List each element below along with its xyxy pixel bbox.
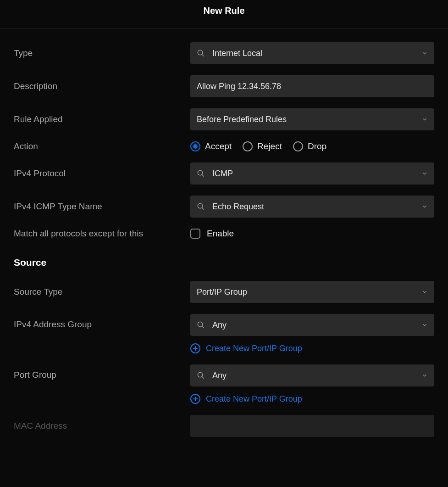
chevron-down-icon (421, 203, 428, 210)
row-mac-address: MAC Address (14, 415, 434, 437)
radio-label: Accept (205, 141, 232, 151)
svg-line-9 (202, 376, 204, 379)
label-ipv4-protocol: IPv4 Protocol (14, 168, 190, 179)
ipv4-address-group-select[interactable]: Any (190, 314, 434, 336)
ipv4-protocol-select[interactable]: ICMP (190, 162, 434, 185)
row-match-except: Match all protocols except for this Enab… (14, 229, 434, 239)
rule-applied-value: Before Predefined Rules (197, 115, 421, 124)
row-source-type: Source Type Port/IP Group (14, 281, 434, 303)
search-icon (197, 49, 205, 57)
row-type: Type Internet Local (14, 42, 434, 64)
create-port-group-button[interactable]: Create New Port/IP Group (190, 394, 434, 404)
svg-line-1 (202, 54, 204, 56)
row-description: Description Allow Ping 12.34.56.78 (14, 75, 434, 97)
checkbox-label: Enable (207, 229, 234, 239)
description-value: Allow Ping 12.34.56.78 (197, 82, 428, 91)
label-description: Description (14, 81, 190, 91)
mac-address-input[interactable] (190, 415, 434, 437)
ipv4-icmp-type-select[interactable]: Echo Request (190, 196, 434, 218)
create-link-label: Create New Port/IP Group (206, 344, 302, 353)
radio-label: Reject (257, 141, 282, 151)
description-input[interactable]: Allow Ping 12.34.56.78 (190, 75, 434, 97)
svg-point-2 (198, 170, 203, 175)
match-except-checkbox[interactable] (190, 229, 200, 239)
action-accept-radio[interactable]: Accept (190, 141, 232, 151)
ipv4-address-group-value: Any (212, 320, 421, 330)
match-except-checkbox-row: Enable (190, 229, 434, 239)
port-group-value: Any (212, 371, 421, 381)
plus-circle-icon (190, 343, 200, 353)
svg-point-6 (198, 322, 203, 327)
type-value: Internet Local (212, 49, 421, 58)
form-content: Type Internet Local Description Allow Pi… (0, 28, 448, 437)
search-icon (197, 169, 205, 178)
action-reject-radio[interactable]: Reject (243, 141, 282, 151)
chevron-down-icon (421, 322, 428, 328)
label-port-group: Port Group (14, 364, 190, 380)
page-title: New Rule (0, 0, 448, 28)
radio-icon (190, 141, 200, 151)
label-type: Type (14, 48, 190, 58)
chevron-down-icon (421, 116, 428, 123)
label-rule-applied: Rule Applied (14, 114, 190, 124)
search-icon (197, 371, 205, 380)
label-source-type: Source Type (14, 287, 190, 297)
port-group-select[interactable]: Any (190, 364, 434, 386)
source-type-select[interactable]: Port/IP Group (190, 281, 434, 303)
search-icon (197, 321, 205, 329)
svg-line-7 (202, 326, 204, 328)
label-match-except: Match all protocols except for this (14, 229, 190, 239)
radio-icon (243, 141, 253, 151)
plus-circle-icon (190, 394, 200, 404)
action-radio-group: Accept Reject Drop (190, 141, 434, 151)
svg-line-3 (202, 174, 204, 177)
label-mac-address: MAC Address (14, 421, 190, 431)
row-ipv4-protocol: IPv4 Protocol ICMP (14, 162, 434, 185)
radio-icon (293, 141, 303, 151)
row-ipv4-icmp-type: IPv4 ICMP Type Name Echo Request (14, 196, 434, 218)
label-action: Action (14, 141, 190, 151)
row-ipv4-address-group: IPv4 Address Group Any Create New Port/I… (14, 314, 434, 353)
row-rule-applied: Rule Applied Before Predefined Rules (14, 108, 434, 130)
type-select[interactable]: Internet Local (190, 42, 434, 64)
ipv4-icmp-type-value: Echo Request (212, 202, 421, 212)
create-ipv4-group-button[interactable]: Create New Port/IP Group (190, 343, 434, 353)
svg-point-0 (198, 50, 203, 55)
svg-point-4 (198, 203, 203, 208)
radio-label: Drop (308, 141, 326, 151)
svg-line-5 (202, 207, 204, 210)
chevron-down-icon (421, 289, 428, 295)
svg-point-8 (198, 372, 203, 377)
chevron-down-icon (421, 50, 428, 56)
action-drop-radio[interactable]: Drop (293, 141, 326, 151)
label-ipv4-icmp-type: IPv4 ICMP Type Name (14, 202, 190, 212)
search-icon (197, 202, 205, 211)
label-ipv4-address-group: IPv4 Address Group (14, 314, 190, 330)
chevron-down-icon (421, 170, 428, 177)
row-port-group: Port Group Any Create New Port/IP Group (14, 364, 434, 404)
create-link-label: Create New Port/IP Group (206, 394, 302, 404)
ipv4-protocol-value: ICMP (212, 169, 421, 179)
source-type-value: Port/IP Group (197, 287, 421, 297)
rule-applied-select[interactable]: Before Predefined Rules (190, 108, 434, 130)
section-source-title: Source (14, 257, 434, 268)
row-action: Action Accept Reject Drop (14, 141, 434, 151)
chevron-down-icon (421, 372, 428, 379)
